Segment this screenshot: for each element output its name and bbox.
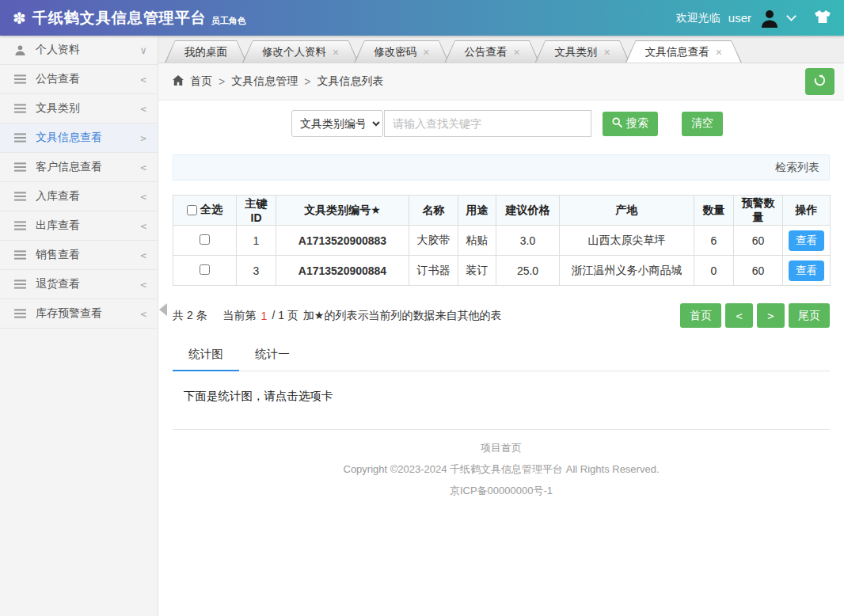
list-panel-header: 检索列表 <box>173 154 830 181</box>
sidebar: 个人资料 ∨ 公告查看 < 文具类别 < 文具信息查看 > 客户信息查看 < 入… <box>0 36 158 616</box>
breadcrumb: 首页 > 文具信息管理 > 文具信息列表 <box>173 74 383 89</box>
app-header: ✽ 千纸鹤文具信息管理平台 员工角色 欢迎光临 user <box>0 0 844 36</box>
menu-lines-icon <box>14 162 29 172</box>
next-page-button[interactable]: > <box>757 303 785 328</box>
sidebar-item-label: 客户信息查看 <box>36 160 140 174</box>
close-icon[interactable]: × <box>716 47 722 58</box>
user-avatar-icon[interactable] <box>759 8 780 29</box>
cell-qty: 6 <box>694 226 734 256</box>
sidebar-item-sales[interactable]: 销售查看 < <box>0 241 158 270</box>
main-area: 我的桌面 修改个人资料× 修改密码× 公告查看× 文具类别× 文具信息查看× 首… <box>158 36 844 616</box>
collapse-left-icon: < <box>140 103 146 115</box>
sidebar-item-label: 文具信息查看 <box>36 131 140 145</box>
close-icon[interactable]: × <box>333 47 339 58</box>
tab-stats-chart[interactable]: 统计图 <box>173 340 239 371</box>
collapse-left-icon: < <box>140 220 146 232</box>
chevron-down-icon[interactable] <box>786 11 796 21</box>
breadcrumb-home[interactable]: 首页 <box>190 74 212 89</box>
breadcrumb-bar: 首页 > 文具信息管理 > 文具信息列表 <box>158 63 844 101</box>
collapse-left-icon: < <box>140 308 146 320</box>
clear-button-label: 清空 <box>691 116 713 131</box>
row-checkbox[interactable] <box>200 234 210 245</box>
tab-label: 文具类别 <box>555 45 598 59</box>
cell-name: 订书器 <box>409 256 458 286</box>
prev-page-button[interactable]: < <box>725 303 753 328</box>
refresh-button[interactable] <box>805 68 834 95</box>
footer-icp: 京ICP备00000000号-1 <box>173 484 830 498</box>
column-header: 预警数量 <box>734 196 783 226</box>
column-header: 操作 <box>783 196 831 226</box>
theme-shirt-icon[interactable] <box>814 10 831 26</box>
cell-category-code: A1713520900884 <box>276 256 409 286</box>
row-checkbox[interactable] <box>200 264 210 275</box>
sidebar-item-stationery-info[interactable]: 文具信息查看 > <box>0 124 158 153</box>
tab-stationery-info[interactable]: 文具信息查看× <box>625 40 742 63</box>
search-button-label: 搜索 <box>626 116 648 131</box>
cell-warn-qty: 60 <box>734 256 783 286</box>
stats-hint-text: 下面是统计图，请点击选项卡 <box>173 389 830 404</box>
tab-announcements[interactable]: 公告查看× <box>444 40 539 63</box>
welcome-text: 欢迎光临 <box>676 11 720 25</box>
clear-button[interactable]: 清空 <box>682 112 723 136</box>
stats-tab-bar: 统计图 统计一 <box>173 340 830 371</box>
cell-use: 装订 <box>458 256 496 286</box>
menu-lines-icon <box>14 221 29 230</box>
column-header: 产地 <box>560 196 694 226</box>
last-page-button[interactable]: 尾页 <box>789 303 830 328</box>
close-icon[interactable]: × <box>604 47 610 58</box>
sidebar-item-stock-warning[interactable]: 库存预警查看 < <box>0 299 158 329</box>
sidebar-item-announcements[interactable]: 公告查看 < <box>0 65 158 94</box>
column-header: 名称 <box>409 196 458 226</box>
cell-origin: 浙江温州义务小商品城 <box>560 256 694 286</box>
tab-bar: 我的桌面 修改个人资料× 修改密码× 公告查看× 文具类别× 文具信息查看× <box>158 36 844 63</box>
tab-stationery-category[interactable]: 文具类别× <box>535 40 630 63</box>
sidebar-collapse-icon[interactable] <box>159 303 167 316</box>
menu-lines-icon <box>14 279 29 289</box>
close-icon[interactable]: × <box>513 47 519 58</box>
sidebar-item-label: 个人资料 <box>36 43 140 57</box>
sidebar-item-outbound[interactable]: 出库查看 < <box>0 211 158 241</box>
cell-warn-qty: 60 <box>734 226 783 256</box>
sidebar-item-label: 销售查看 <box>36 248 140 262</box>
cell-id: 1 <box>237 226 276 256</box>
sidebar-item-label: 库存预警查看 <box>36 306 140 321</box>
cell-category-code: A1713520900883 <box>276 226 409 256</box>
sidebar-item-profile[interactable]: 个人资料 ∨ <box>0 36 158 65</box>
select-all-checkbox[interactable] <box>187 205 197 215</box>
search-field-select[interactable]: 文具类别编号 <box>291 110 383 137</box>
column-header: 主键ID <box>237 196 276 226</box>
sidebar-item-returns[interactable]: 退货查看 < <box>0 270 158 299</box>
panel-title: 检索列表 <box>775 161 819 175</box>
sidebar-item-customer-info[interactable]: 客户信息查看 < <box>0 153 158 182</box>
footer-copyright: Copyright ©2023-2024 千纸鹤文具信息管理平台 All Rig… <box>173 462 830 477</box>
close-icon[interactable]: × <box>423 47 429 58</box>
column-header: 文具类别编号★ <box>276 196 409 226</box>
menu-lines-icon <box>14 250 29 260</box>
tab-my-desktop[interactable]: 我的桌面 <box>165 40 247 63</box>
sidebar-item-inbound[interactable]: 入库查看 < <box>0 182 158 211</box>
tab-stats-one[interactable]: 统计一 <box>239 340 306 371</box>
collapse-left-icon: < <box>140 279 146 291</box>
search-input[interactable] <box>384 110 591 137</box>
first-page-button[interactable]: 首页 <box>680 303 721 328</box>
breadcrumb-separator: > <box>304 75 310 88</box>
table-row: 3 A1713520900884 订书器 装订 25.0 浙江温州义务小商品城 … <box>173 256 831 286</box>
chevron-down-icon: ∨ <box>140 44 146 56</box>
collapse-left-icon: < <box>140 74 146 86</box>
sidebar-item-stationery-category[interactable]: 文具类别 < <box>0 94 158 124</box>
refresh-icon <box>813 74 827 89</box>
tab-edit-profile[interactable]: 修改个人资料× <box>242 40 359 63</box>
sidebar-item-label: 公告查看 <box>36 72 140 86</box>
pagination-info: 共 2 条 当前第 1 / 1 页 加★的列表示当前列的数据来自其他的表 <box>173 309 501 323</box>
cell-qty: 0 <box>694 256 734 286</box>
page-footer: 项目首页 Copyright ©2023-2024 千纸鹤文具信息管理平台 Al… <box>173 429 830 498</box>
footer-home-link[interactable]: 项目首页 <box>173 441 830 455</box>
star-note: 加★的列表示当前列的数据来自其他的表 <box>303 309 502 323</box>
view-button[interactable]: 查看 <box>789 230 824 251</box>
breadcrumb-stationery-mgmt[interactable]: 文具信息管理 <box>231 74 298 89</box>
view-button[interactable]: 查看 <box>789 260 824 281</box>
total-count: 共 2 条 <box>173 309 207 323</box>
tab-change-password[interactable]: 修改密码× <box>354 40 449 63</box>
search-button[interactable]: 搜索 <box>603 112 658 136</box>
current-page-prefix: 当前第 <box>223 309 257 323</box>
